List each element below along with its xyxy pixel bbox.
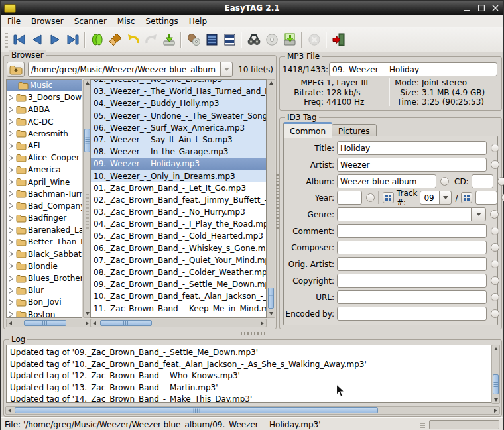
scan-files-button[interactable] <box>88 30 106 49</box>
expander-icon[interactable] <box>7 167 15 173</box>
filelist-hscrollbar[interactable] <box>90 319 267 327</box>
expander-icon[interactable] <box>7 299 15 305</box>
file-row[interactable]: 05._Zac_Brown_Band_-_Cold_Hearted.mp3 <box>91 230 266 242</box>
file-row[interactable]: 05._Weezer_-_Undone_-_The_Sweater_Song.m… <box>91 110 266 122</box>
file-row[interactable]: 03._Zac_Brown_Band_-_No_Hurry.mp3 <box>91 206 266 218</box>
comment-apply-button[interactable] <box>491 227 499 235</box>
album-apply-button[interactable] <box>440 177 449 186</box>
filelist-hscroll-thumb[interactable] <box>100 320 152 326</box>
tree-item[interactable]: Badfinger <box>7 212 82 224</box>
filelist-vscrollbar[interactable] <box>267 79 275 318</box>
expander-icon[interactable] <box>7 131 15 136</box>
go-last-button[interactable] <box>64 30 82 49</box>
filelist-vscroll-thumb[interactable] <box>268 288 274 309</box>
year-input[interactable] <box>337 191 362 205</box>
minimize-button[interactable] <box>464 4 472 12</box>
find-files-button[interactable] <box>245 30 263 49</box>
menu-item[interactable]: Settings <box>140 16 183 27</box>
file-row[interactable]: 09._Zac_Brown_Band_-_Settle_Me_Down.mp3 <box>91 278 266 290</box>
expander-icon[interactable] <box>7 203 15 209</box>
expander-icon[interactable] <box>7 263 15 269</box>
file-row[interactable]: 10._Weezer_-_Only_in_Dreams.mp3 <box>91 170 266 182</box>
tree-item[interactable]: Black_Sabbath <box>7 248 82 260</box>
expander-icon[interactable] <box>7 107 15 113</box>
cddb-search-button[interactable] <box>263 30 281 49</box>
expander-icon[interactable] <box>7 276 15 282</box>
artist-input[interactable] <box>337 158 487 172</box>
log-hscroll-thumb[interactable] <box>15 407 378 413</box>
log-hscrollbar[interactable] <box>5 406 500 415</box>
file-row[interactable]: 10._Zac_Brown_Band_feat._Alan_Jackson_-_… <box>91 290 266 302</box>
track-combo-value[interactable]: 09 <box>420 191 440 205</box>
tree-item[interactable]: Barenaked_Lad <box>7 224 82 236</box>
undo-button[interactable] <box>124 30 142 49</box>
tree-item[interactable]: Blondie <box>7 260 82 272</box>
menu-item[interactable]: File <box>2 16 26 27</box>
remove-tags-button[interactable] <box>106 30 124 49</box>
tree-item[interactable]: Blues_Brothers <box>7 272 82 284</box>
close-button[interactable] <box>491 4 499 12</box>
expander-icon[interactable] <box>7 119 15 125</box>
go-next-button[interactable] <box>46 30 64 49</box>
track-number-button[interactable] <box>383 192 394 203</box>
main-log-splitter[interactable] <box>241 332 267 335</box>
file-row[interactable]: 04._Zac_Brown_Band_-_I_Play_the_Road.mp3 <box>91 218 266 230</box>
path-dropdown-button[interactable] <box>220 62 233 77</box>
tree-item[interactable]: Boston <box>7 309 82 318</box>
tree-item[interactable]: AFI <box>7 140 82 152</box>
tree-item[interactable]: AC-DC <box>7 116 82 128</box>
tab-common[interactable]: Common <box>283 122 332 138</box>
file-row[interactable]: 02._Weezer_-_No_One_Else.mp3 <box>91 79 266 85</box>
genre-input[interactable] <box>337 207 472 221</box>
expander-icon[interactable] <box>7 143 15 149</box>
comment-input[interactable] <box>337 224 487 238</box>
genre-dropdown-button[interactable] <box>471 207 486 221</box>
expander-icon[interactable] <box>7 251 15 257</box>
expander-icon[interactable] <box>7 227 15 233</box>
orig-artist-input[interactable] <box>337 257 487 271</box>
tree-filelist-splitter[interactable] <box>86 194 89 229</box>
artist-apply-button[interactable] <box>491 160 499 169</box>
go-first-button[interactable] <box>10 30 28 49</box>
expander-icon[interactable] <box>7 288 15 294</box>
genre-apply-button[interactable] <box>490 210 499 219</box>
tree-hscroll-thumb[interactable] <box>24 320 66 326</box>
tree-item[interactable]: Aerosmith <box>7 128 82 140</box>
path-input[interactable] <box>28 62 221 77</box>
toolbar-handle[interactable] <box>5 32 8 48</box>
go-previous-button[interactable] <box>28 30 46 49</box>
encoded-by-input[interactable] <box>337 307 487 321</box>
file-row[interactable]: 09._Weezer_-_Holiday.mp3 <box>91 158 266 170</box>
title-apply-button[interactable] <box>491 144 499 152</box>
file-row[interactable]: 08._Zac_Brown_Band_-_Colder_Weather.mp3 <box>91 266 266 278</box>
file-row[interactable]: 06._Weezer_-_Surf_Wax_America.mp3 <box>91 122 266 134</box>
tree-item[interactable]: America <box>7 164 82 176</box>
browser-tag-splitter[interactable] <box>276 174 279 229</box>
cd-apply-button[interactable] <box>497 177 504 186</box>
file-row[interactable]: 11._Zac_Brown_Band_-_Keep_Me_in_Mind.mp3 <box>91 303 266 315</box>
tree-item[interactable]: April_Wine <box>7 176 82 188</box>
filename-input[interactable] <box>329 62 497 76</box>
tree-item[interactable]: Better_Than_Ez <box>7 236 82 248</box>
url-apply-button[interactable] <box>491 293 499 301</box>
tree-item[interactable]: Alice_Cooper <box>7 152 82 164</box>
tree-item[interactable]: Bon_Jovi <box>7 296 82 308</box>
year-apply-button[interactable] <box>366 193 375 202</box>
file-row[interactable]: 07._Weezer_-_Say_It_Ain_t_So.mp3 <box>91 134 266 146</box>
file-row[interactable]: 04._Weezer_-_Buddy_Holly.mp3 <box>91 97 266 109</box>
composer-apply-button[interactable] <box>491 243 499 252</box>
expander-icon[interactable] <box>7 239 15 245</box>
track-combo-arrow[interactable] <box>439 191 452 205</box>
menu-item[interactable]: Misc <box>112 16 141 27</box>
track-total-button[interactable] <box>461 192 472 203</box>
expander-icon[interactable] <box>7 179 15 185</box>
file-row[interactable]: 02._Zac_Brown_Band_feat._Jimmy_Buffett_-… <box>91 194 266 206</box>
menu-item[interactable]: Browser <box>26 16 69 27</box>
log-vscrollbar[interactable] <box>491 345 500 404</box>
artist-album-view-button[interactable] <box>184 30 202 49</box>
stop-button[interactable] <box>305 30 323 49</box>
quit-button[interactable] <box>330 30 347 49</box>
menu-item[interactable]: Scanner <box>69 16 112 27</box>
tree-item[interactable]: ABBA <box>7 103 82 115</box>
orig-artist-apply-button[interactable] <box>491 260 499 268</box>
